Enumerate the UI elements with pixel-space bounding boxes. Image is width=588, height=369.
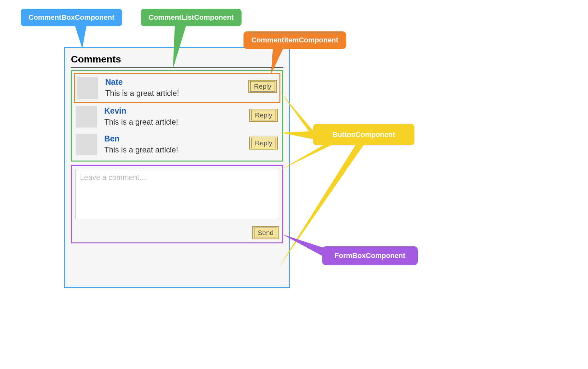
svg-marker-1 [173,24,187,69]
callout-comment-list: CommentListComponent [141,9,242,26]
tail-green [172,24,194,70]
connectors-yellow [0,0,588,369]
svg-marker-2 [271,47,284,74]
svg-marker-7 [282,234,323,256]
svg-marker-4 [281,131,313,139]
tail-purple [282,233,327,259]
tail-orange [271,47,290,76]
tail-blue [74,24,94,50]
svg-marker-3 [281,93,313,138]
svg-marker-0 [74,24,87,49]
callout-form-box: FormBoxComponent [322,246,418,265]
svg-marker-5 [281,144,334,170]
callout-button: ButtonComponent [313,124,414,145]
callout-comment-item: CommentItemComponent [243,31,346,49]
callout-comment-box: CommentBoxComponent [21,9,122,26]
